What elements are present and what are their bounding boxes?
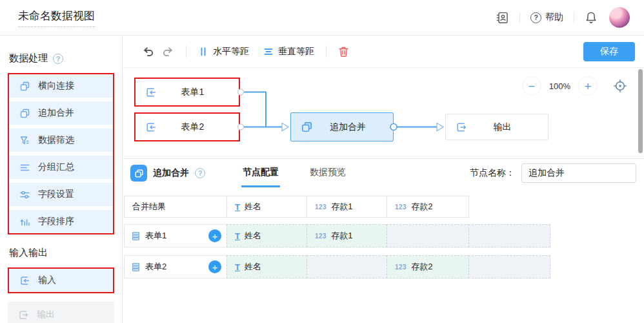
node-label: 输出: [467, 121, 548, 133]
add-field-button[interactable]: +: [208, 260, 221, 273]
document-title[interactable]: 未命名数据视图: [18, 8, 95, 27]
sidebar-item-label: 横向连接: [38, 80, 74, 92]
sidebar-item-label: 输出: [37, 309, 55, 320]
empty-mapping-cell[interactable]: [468, 224, 550, 247]
text-type-icon: T: [235, 231, 240, 241]
help-button[interactable]: ? 帮助: [530, 12, 563, 23]
panel-tabs: 节点配置 数据预览: [241, 159, 347, 187]
tab-data-preview[interactable]: 数据预览: [308, 159, 347, 187]
divider: [574, 12, 574, 23]
horizontal-spacing-button[interactable]: 水平等距: [194, 42, 253, 61]
join-horizontal-icon: [19, 81, 30, 92]
sidebar-item-label: 分组汇总: [38, 162, 74, 173]
empty-mapping-cell[interactable]: [307, 255, 387, 278]
node-append-merge[interactable]: 追加合并: [290, 112, 394, 141]
undo-button[interactable]: [138, 42, 158, 61]
user-avatar[interactable]: [609, 7, 630, 28]
node-label: 表单2: [157, 121, 239, 133]
node-label: 追加合并: [313, 121, 393, 133]
sidebar-item-label: 字段排序: [38, 216, 74, 227]
zoom-in-button[interactable]: +: [578, 76, 598, 96]
header-cell-deposit1: 123 存款1: [307, 196, 387, 218]
source-label: 表单2: [145, 261, 166, 273]
redo-button[interactable]: [158, 42, 178, 61]
panel-help-icon[interactable]: ?: [195, 168, 205, 178]
header-cell-name: T 姓名: [226, 196, 307, 218]
panel-header: 追加合并 ? 节点配置 数据预览 节点名称：: [123, 159, 644, 187]
table-header-row: 合并结果 T 姓名 123 存款1 123 存款2: [124, 196, 644, 218]
node-form1[interactable]: 表单1: [134, 78, 240, 107]
node-form2[interactable]: 表单2: [134, 112, 240, 141]
header-cell-deposit2: 123 存款2: [387, 196, 469, 218]
vertical-spacing-button[interactable]: 垂直等距: [259, 42, 318, 61]
empty-mapping-cell[interactable]: [468, 255, 550, 278]
field-sort-icon: [19, 216, 30, 227]
text-type-icon: T: [235, 202, 240, 212]
vertical-spacing-label: 垂直等距: [278, 46, 314, 57]
table-row-form1: 表单1 + T 姓名 123 存款1: [124, 224, 644, 247]
add-field-button[interactable]: +: [208, 229, 221, 242]
horizontal-spacing-icon: [198, 47, 208, 57]
group-summary-icon: [19, 162, 30, 173]
bell-icon[interactable]: [585, 11, 598, 24]
sidebar-item-join-horizontal[interactable]: 横向连接: [9, 74, 113, 98]
canvas-toolbar: 水平等距 垂直等距: [123, 36, 644, 68]
source-cell-form2: 表单2 +: [124, 255, 227, 278]
save-button[interactable]: 保存: [583, 42, 635, 61]
table-row-form2: 表单2 + T 姓名 123 存款2: [124, 255, 644, 278]
sidebar-item-field-sort[interactable]: 字段排序: [9, 210, 113, 233]
divider: [519, 12, 520, 23]
io-section-title: 输入输出: [8, 247, 114, 259]
divider: [326, 46, 327, 57]
vertical-spacing-icon: [263, 47, 274, 57]
tab-node-config[interactable]: 节点配置: [241, 159, 280, 187]
sidebar-item-label: 输入: [38, 275, 56, 286]
mapping-cell[interactable]: 123 存款2: [387, 255, 469, 278]
sidebar-item-field-settings[interactable]: 字段设置: [9, 183, 113, 206]
panel-node-info: 追加合并 ?: [130, 159, 205, 187]
processing-annotation-box: 横向连接 追加合并 数据筛选: [8, 73, 114, 234]
node-name-input[interactable]: [521, 163, 636, 183]
sidebar-item-label: 字段设置: [38, 189, 74, 200]
sidebar-item-output: 输出: [8, 302, 114, 323]
input-annotation-box: 输入: [8, 267, 114, 293]
node-output[interactable]: 输出: [445, 114, 548, 140]
mapping-cell[interactable]: 123 存款1: [307, 224, 387, 247]
number-type-icon: 123: [395, 264, 407, 271]
contacts-icon[interactable]: [496, 11, 509, 25]
panel-node-title: 追加合并: [153, 167, 189, 179]
empty-mapping-cell[interactable]: [387, 224, 469, 247]
append-merge-icon: [130, 165, 147, 182]
mapping-cell[interactable]: T 姓名: [226, 224, 307, 247]
source-cell-form1: 表单1 +: [124, 224, 227, 247]
sidebar-item-group-summary[interactable]: 分组汇总: [9, 156, 113, 179]
app-header: 未命名数据视图 ? 帮助: [0, 0, 644, 36]
sidebar-item-label: 数据筛选: [38, 134, 74, 146]
section-help-icon[interactable]: ?: [53, 54, 63, 64]
output-icon: [456, 121, 467, 133]
horizontal-spacing-label: 水平等距: [213, 46, 249, 57]
divider: [186, 46, 186, 57]
number-type-icon: 123: [395, 203, 407, 211]
flow-canvas[interactable]: 表单1 表单2 追加合并: [123, 68, 644, 158]
input-icon: [145, 87, 157, 98]
number-type-icon: 123: [315, 233, 327, 240]
locate-center-button[interactable]: [613, 79, 627, 93]
sidebar-item-input[interactable]: 输入: [9, 269, 113, 292]
zoom-controls: − 100% +: [522, 76, 627, 96]
form-icon: [131, 231, 141, 241]
form-icon: [131, 262, 141, 272]
zoom-out-button[interactable]: −: [522, 76, 541, 96]
mapping-cell[interactable]: T 姓名: [226, 255, 307, 278]
trash-icon: [338, 46, 349, 57]
vertical-scrollbar[interactable]: [638, 69, 643, 153]
source-label: 表单1: [145, 230, 166, 242]
node-label: 表单1: [157, 87, 239, 98]
input-icon: [145, 121, 157, 133]
append-merge-icon: [301, 121, 313, 133]
help-label: 帮助: [545, 12, 563, 23]
sidebar-item-append-merge[interactable]: 追加合并: [9, 101, 113, 125]
header-actions: ? 帮助: [496, 7, 630, 28]
delete-node-button[interactable]: [334, 42, 353, 61]
sidebar-item-filter[interactable]: 数据筛选: [9, 129, 113, 152]
